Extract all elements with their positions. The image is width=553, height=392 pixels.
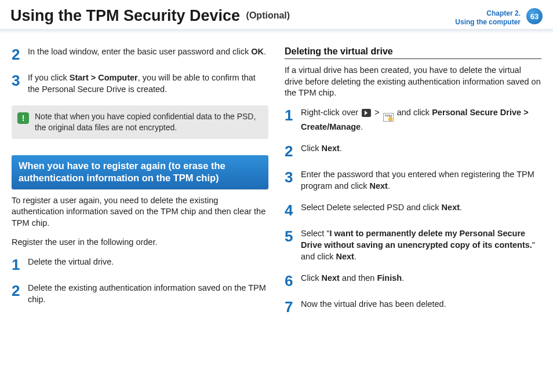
- text: Right-click over: [301, 108, 361, 117]
- section-heading-blue: When you have to register again (to eras…: [12, 155, 268, 189]
- right-column: Deleting the virtual drive If a virtual …: [285, 46, 541, 325]
- step-number: 2: [12, 283, 28, 305]
- chapter-line-1: Chapter 2.: [455, 9, 521, 18]
- text: If you click: [28, 73, 70, 82]
- step-item: 1 Delete the virtual drive.: [12, 257, 268, 272]
- step-item: 6 Click Next and then Finish.: [285, 273, 541, 288]
- step-number: 3: [12, 72, 28, 95]
- bold: Next: [321, 273, 339, 283]
- paragraph: Register the user in the following order…: [12, 237, 268, 248]
- text: >: [372, 108, 382, 117]
- step-body: Delete the existing authentication infor…: [28, 283, 268, 305]
- bold: Next: [442, 203, 460, 212]
- attention-icon: !: [17, 112, 29, 124]
- chapter-line-2: Using the computer: [455, 18, 521, 27]
- page-number-badge: 63: [526, 8, 543, 24]
- step-body: Now the virtual drive has been deleted.: [301, 299, 446, 314]
- text: .: [460, 203, 462, 212]
- text: In the load window, enter the basic user…: [28, 47, 251, 56]
- step-item: 3 Enter the password that you entered wh…: [285, 169, 541, 192]
- text: and then: [340, 273, 377, 283]
- step-item: 2 Click Next.: [285, 143, 541, 159]
- step-item: 4 Select Delete selected PSD and click N…: [285, 202, 541, 218]
- text: Click: [301, 273, 321, 283]
- bold: Next: [321, 144, 339, 153]
- bold: OK: [251, 47, 264, 56]
- step-item: 2 Delete the existing authentication inf…: [12, 283, 268, 305]
- text: Click: [301, 144, 321, 153]
- step-body: Enter the password that you entered when…: [301, 169, 541, 192]
- step-number: 4: [285, 202, 301, 218]
- text: .: [361, 122, 363, 131]
- tray-arrow-icon: [362, 109, 371, 117]
- step-body: Click Next and then Finish.: [301, 273, 404, 288]
- chapter-label: Chapter 2. Using the computer: [455, 7, 524, 27]
- bold: I want to permanently delete my Personal…: [301, 229, 532, 250]
- step-number: 5: [285, 228, 301, 262]
- section-heading-underline: Deleting the virtual drive: [285, 46, 541, 59]
- step-body: If you click Start > Computer, you will …: [28, 72, 268, 95]
- step-number: 1: [285, 107, 301, 133]
- paragraph: To register a user again, you need to de…: [12, 195, 268, 229]
- step-number: 2: [12, 46, 28, 62]
- step-body: Click Next.: [301, 143, 342, 159]
- bold: Start > Computer: [70, 73, 138, 82]
- step-body: Delete the virtual drive.: [28, 257, 114, 272]
- left-column: 2 In the load window, enter the basic us…: [12, 46, 268, 325]
- bold: Next: [369, 181, 387, 190]
- step-body: Right-click over > TPM and click Persona…: [301, 107, 541, 133]
- text: .: [340, 144, 342, 153]
- title-wrap: Using the TPM Security Device (Optional): [10, 7, 455, 25]
- step-number: 6: [285, 273, 301, 288]
- tpm-app-icon: TPM: [383, 113, 394, 122]
- text: Select ": [301, 229, 329, 238]
- step-number: 3: [285, 169, 301, 192]
- note-text: Note that when you have copied confident…: [35, 111, 261, 133]
- page-header: Using the TPM Security Device (Optional)…: [0, 0, 553, 27]
- step-body: Select "I want to permanently delete my …: [301, 228, 541, 262]
- bold: Finish: [377, 273, 402, 283]
- text: .: [388, 181, 390, 190]
- step-number: 7: [285, 299, 301, 314]
- content-columns: 2 In the load window, enter the basic us…: [0, 34, 553, 325]
- paragraph: If a virtual drive has been created, you…: [285, 65, 541, 99]
- step-item: 5 Select "I want to permanently delete m…: [285, 228, 541, 262]
- bold: Next: [336, 252, 354, 261]
- text: .: [354, 252, 356, 261]
- step-item: 1 Right-click over > TPM and click Perso…: [285, 107, 541, 133]
- step-number: 1: [12, 257, 28, 272]
- text: Enter the password that you entered when…: [301, 170, 534, 190]
- step-body: Select Delete selected PSD and click Nex…: [301, 202, 462, 218]
- text: Select Delete selected PSD and click: [301, 203, 442, 212]
- text: .: [264, 47, 266, 56]
- step-body: In the load window, enter the basic user…: [28, 46, 266, 62]
- step-item: 3 If you click Start > Computer, you wil…: [12, 72, 268, 95]
- page-title-optional: (Optional): [246, 10, 290, 20]
- note-callout: ! Note that when you have copied confide…: [12, 105, 268, 139]
- text: .: [402, 273, 404, 283]
- step-item: 7 Now the virtual drive has been deleted…: [285, 299, 541, 314]
- page-title: Using the TPM Security Device: [10, 7, 240, 24]
- step-item: 2 In the load window, enter the basic us…: [12, 46, 268, 62]
- title-underline: [0, 29, 553, 34]
- step-number: 2: [285, 143, 301, 159]
- text: and click: [395, 108, 432, 117]
